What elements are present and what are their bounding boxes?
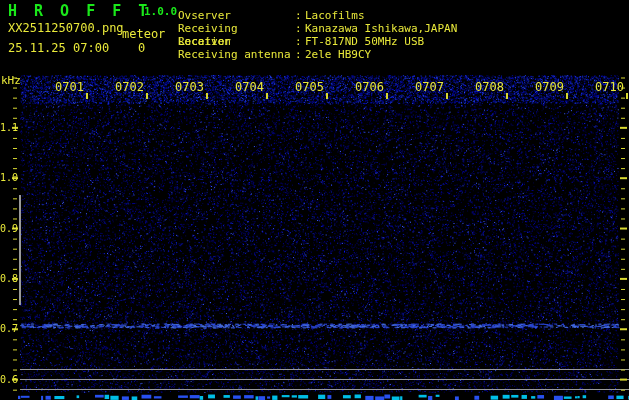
station-info-label: Ovserver [178, 9, 295, 22]
y-axis-tick-label: 0.7 [0, 324, 11, 334]
mode-label: meteor [122, 28, 165, 40]
station-info-separator: : [295, 9, 305, 22]
y-axis-tick-label: 1.1 [0, 123, 11, 133]
station-info-value: FT-817ND 50MHz USB [305, 35, 424, 48]
station-info: Ovserver:LacofilmsReceiving Location:Kan… [178, 9, 457, 61]
y-axis-tick-label: 0.8 [0, 274, 11, 284]
y-axis-tick-label: 0.6 [0, 375, 11, 385]
x-axis-tick-label: 0704 [233, 81, 264, 93]
station-info-label: Receiving antenna [178, 48, 295, 61]
x-axis-tick-label: 0702 [113, 81, 144, 93]
app-version: 1.0.0 [144, 6, 177, 17]
x-axis-tick-label: 0707 [413, 81, 444, 93]
x-axis-tick-label: 0708 [473, 81, 504, 93]
x-axis-tick-label: 0709 [533, 81, 564, 93]
y-axis-unit-label: kHz [1, 75, 21, 86]
x-axis-tick-label: 0710 [593, 81, 624, 93]
y-axis-tick-label: 0.9 [0, 224, 11, 234]
x-axis-tick-label: 0701 [53, 81, 84, 93]
station-info-separator: : [295, 35, 305, 48]
app-title: H R O F F T [8, 4, 151, 19]
station-info-separator: : [295, 22, 305, 35]
output-filename: XX2511250700.png [8, 22, 124, 34]
station-info-label: Receiving Location [178, 22, 295, 35]
station-info-value: Lacofilms [305, 9, 365, 22]
timestamp: 25.11.25 07:00 [8, 42, 109, 54]
x-axis-tick-label: 0703 [173, 81, 204, 93]
station-info-label: Receiver [178, 35, 295, 48]
x-axis-tick-label: 0705 [293, 81, 324, 93]
x-axis-tick-label: 0706 [353, 81, 384, 93]
station-info-row: Ovserver:Lacofilms [178, 9, 457, 22]
station-info-value: 2ele HB9CY [305, 48, 371, 61]
meteor-count: 0 [138, 42, 145, 54]
station-info-row: Receiver:FT-817ND 50MHz USB [178, 35, 457, 48]
station-info-row: Receiving antenna:2ele HB9CY [178, 48, 457, 61]
y-axis-tick-label: 1.0 [0, 173, 11, 183]
hrofft-window: H R O F F T 1.0.0 XX2511250700.png meteo… [0, 0, 629, 400]
station-info-separator: : [295, 48, 305, 61]
station-info-value: Kanazawa Ishikawa,JAPAN [305, 22, 457, 35]
station-info-row: Receiving Location:Kanazawa Ishikawa,JAP… [178, 22, 457, 35]
